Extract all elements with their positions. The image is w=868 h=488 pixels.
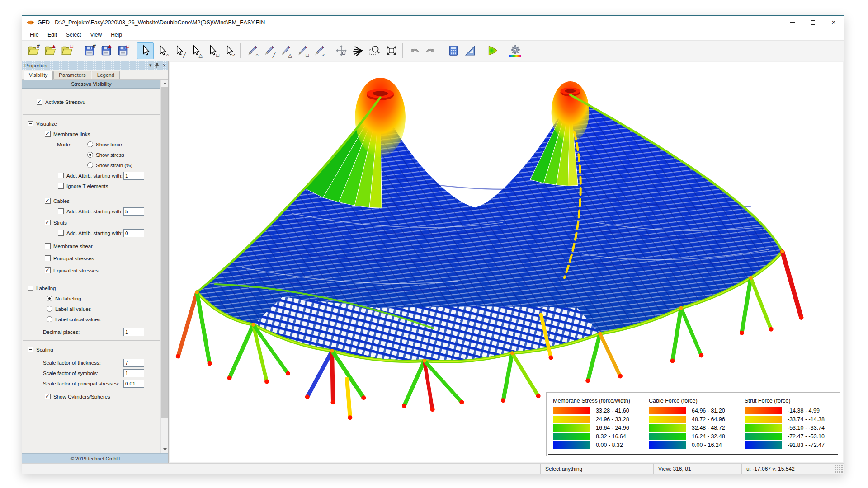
undo-button[interactable] [406,42,422,59]
panel-scrollbar[interactable] [160,80,168,453]
struts-add-attrib-input[interactable] [123,229,144,237]
viewport[interactable]: Membrane Stress (force/width)33.28 - 41.… [170,62,843,462]
select-line-button[interactable]: ╱ [170,42,187,59]
stressvu-button[interactable] [484,42,501,59]
close-button[interactable]: × [823,16,844,29]
select-rectangle-button[interactable]: □ [204,42,221,59]
panel-menu-button[interactable]: ▾ [149,63,152,68]
panel-content: Stressvu Visibility Activate Stressvu Vi… [22,80,168,453]
select-triangle-button[interactable]: △ [187,42,204,59]
collapse-visualize-icon[interactable] [28,121,33,126]
select-point-button[interactable]: ○ [154,42,170,59]
legend-row: 0.00 - 16.24 [649,441,737,449]
properties-panel-titlebar[interactable]: Properties ▾ × [22,61,168,70]
show-strain-label: Show strain (%) [96,163,132,168]
minimize-button[interactable] [782,16,802,29]
scroll-up-icon[interactable] [161,80,168,87]
no-labeling-radio[interactable] [47,296,52,301]
zoom-window-button[interactable] [366,42,383,59]
zoom-fit-button[interactable] [383,42,400,59]
label-all-label: Label all values [55,306,91,312]
select-mark-button[interactable]: ✓ [221,42,237,59]
redraw-button[interactable] [349,42,366,59]
legend-range: 24.96 - 33.28 [596,416,629,422]
legend-swatch [649,416,686,423]
draw-point-button[interactable]: ○ [243,42,260,59]
collapse-labeling-icon[interactable] [28,286,33,291]
open-mesh-button[interactable]: # [25,42,42,59]
cables-add-attrib-checkbox[interactable] [58,208,64,214]
show-strain-radio[interactable] [87,162,93,168]
tab-visibility[interactable]: Visibility [24,71,53,80]
title-bar[interactable]: GED - D:\2_Projekte\Easy\2020\03_26_Webs… [22,16,844,29]
draw-mark-button[interactable]: ✓ [310,42,327,59]
legend-swatch [649,441,686,449]
menu-file[interactable]: File [26,30,42,39]
show-force-label: Show force [96,142,122,147]
open-geometry-button[interactable]: ▲ [42,42,58,59]
menu-select[interactable]: Select [62,30,85,39]
panel-pin-button[interactable] [155,63,159,68]
select-any-button[interactable] [137,42,154,59]
sf-thickness-input[interactable] [123,359,144,367]
principal-stresses-row: Principal stresses [22,254,160,263]
cables-add-attrib-input[interactable] [123,207,144,216]
overlay-glyph: ○ [255,53,259,58]
struts-checkbox[interactable] [45,220,51,225]
menu-edit[interactable]: Edit [43,30,61,39]
pin-icon [155,63,159,68]
sf-symbols-input[interactable] [123,369,144,377]
label-critical-row: Label critical values [22,315,160,324]
collapse-scaling-icon[interactable] [28,347,33,352]
redo-button[interactable] [422,42,439,59]
show-stress-radio[interactable] [87,152,93,158]
color-scale-settings-button[interactable] [507,42,524,59]
panel-close-button[interactable]: × [162,62,166,68]
scroll-down-icon[interactable] [161,446,168,453]
legend-range: -33.74 - -14.38 [788,416,825,422]
zoomfit-icon [386,45,397,56]
measure-button[interactable] [462,42,478,59]
maximize-button[interactable] [802,16,823,29]
show-force-radio[interactable] [87,141,93,147]
membrane-add-attrib-checkbox[interactable] [58,173,64,178]
membrane-links-checkbox[interactable] [45,131,51,137]
save-geometry-button[interactable]: ▲ [98,42,114,59]
cables-checkbox[interactable] [45,198,51,204]
resize-grip[interactable] [834,465,843,473]
save-mesh-button[interactable]: # [81,42,98,59]
decimal-places-input[interactable] [123,328,144,336]
membrane-shear-row: Membrane shear [22,242,160,250]
draw-rectangle-button[interactable]: □ [293,42,310,59]
membrane-shear-checkbox[interactable] [45,243,51,249]
legend-row: -53.10 - -33.74 [745,424,833,432]
calculator-button[interactable] [445,42,462,59]
equivalent-stresses-checkbox[interactable] [45,267,51,273]
draw-triangle-button[interactable]: △ [277,42,293,59]
show-cylinders-checkbox[interactable] [45,394,51,399]
save-boundary-button[interactable]: □ [114,42,131,59]
sf-principal-input[interactable] [123,380,144,388]
scrollbar-thumb[interactable] [161,87,168,418]
struts-add-attrib-checkbox[interactable] [58,230,64,236]
menu-help[interactable]: Help [107,30,126,39]
overlay-glyph: ╱ [272,53,275,58]
principal-stresses-checkbox[interactable] [45,255,51,261]
ignore-t-checkbox[interactable] [58,183,64,189]
draw-line-button[interactable]: ╱ [260,42,277,59]
tab-legend[interactable]: Legend [92,71,120,79]
cables-add-attrib-row: Add. Attrib. starting with: [22,207,160,216]
membrane-add-attrib-input[interactable] [123,172,144,180]
struts-add-attrib-row: Add. Attrib. starting with: [22,229,160,237]
legend-swatch [553,407,590,414]
orbit-view-button[interactable] [333,42,349,59]
activate-stressvu-checkbox[interactable] [37,99,42,105]
panel-footer: © 2019 technet GmbH [22,453,168,463]
menu-view[interactable]: View [86,30,106,39]
legend-columns: Membrane Stress (force/width)33.28 - 41.… [553,398,833,450]
label-critical-radio[interactable] [47,316,52,322]
label-all-radio[interactable] [47,306,52,312]
tab-parameters[interactable]: Parameters [53,71,91,79]
labeling-group: Labeling [22,284,160,292]
open-boundary-button[interactable]: □ [58,42,75,59]
